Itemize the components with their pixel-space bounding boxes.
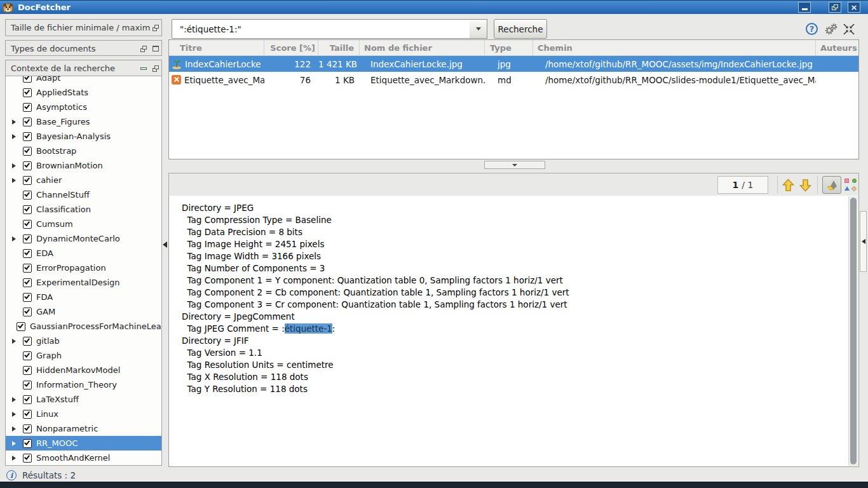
tree-item-RR_MOOC[interactable]: RR_MOOC <box>6 436 161 451</box>
scrollbar-thumb[interactable] <box>850 198 857 464</box>
next-occurrence-button[interactable] <box>798 177 812 193</box>
preview-scrollbar[interactable] <box>848 196 858 466</box>
tree-item-Bootstrap[interactable]: Bootstrap <box>6 144 161 158</box>
tree-item-Classification[interactable]: Classification <box>6 202 161 217</box>
titlebar[interactable]: DocFetcher × <box>0 0 868 14</box>
tree-item-Information_Theory[interactable]: Information_Theory <box>6 377 161 392</box>
tree-item-Base_Figures[interactable]: Base_Figures <box>6 114 161 129</box>
previous-occurrence-button[interactable] <box>781 177 795 193</box>
help-icon[interactable]: ? <box>806 23 818 35</box>
tree-checkbox[interactable] <box>23 103 32 112</box>
expand-arrow-icon[interactable] <box>12 426 18 431</box>
expand-arrow-icon[interactable] <box>12 119 18 125</box>
tree-checkbox[interactable] <box>23 366 32 375</box>
search-input[interactable] <box>172 19 470 39</box>
expand-arrow-icon[interactable] <box>12 339 18 344</box>
collapse-sidebar-handle[interactable] <box>163 236 168 253</box>
tree-checkbox[interactable] <box>23 176 32 185</box>
minimize-button[interactable] <box>798 2 811 13</box>
tree-item-Graph[interactable]: Graph <box>6 348 161 363</box>
tree-item-gitlab[interactable]: gitlab <box>6 334 161 348</box>
tree-checkbox[interactable] <box>23 454 32 463</box>
preview-text[interactable]: Directory = JPEG Tag Compression Type = … <box>182 202 844 464</box>
column-header-score-[interactable]: Score [%] <box>264 40 318 55</box>
preferences-gear-icon[interactable] <box>824 23 838 36</box>
tree-checkbox[interactable] <box>23 439 32 448</box>
tree-item-Bayesian-Analysis[interactable]: Bayesian-Analysis <box>6 129 161 144</box>
tree-item-SmoothAndKernel[interactable]: SmoothAndKernel <box>6 451 161 465</box>
tree-item-Linux[interactable]: Linux <box>6 407 161 421</box>
tree-checkbox[interactable] <box>23 410 32 419</box>
expand-arrow-icon[interactable] <box>12 134 18 139</box>
tree-checkbox[interactable] <box>23 191 32 200</box>
panel-restore-icon[interactable] <box>140 46 147 52</box>
expand-arrow-icon[interactable] <box>12 163 18 168</box>
tree-checkbox[interactable] <box>23 395 32 404</box>
compact-view-icon[interactable] <box>843 24 855 35</box>
collapse-results-handle[interactable] <box>484 161 545 169</box>
tree-item-EDA[interactable]: EDA <box>6 246 161 261</box>
tree-item-label: RR_MOOC <box>36 438 78 448</box>
panel-restore-icon[interactable] <box>153 65 159 72</box>
tree-checkbox[interactable] <box>17 322 25 331</box>
tree-item-LaTeXstuff[interactable]: LaTeXstuff <box>6 392 161 407</box>
tree-checkbox[interactable] <box>23 205 32 214</box>
tree-item-ChannelStuff[interactable]: ChannelStuff <box>6 187 161 202</box>
color-shapes-icon[interactable] <box>844 179 857 191</box>
tree-checkbox[interactable] <box>23 293 32 302</box>
column-header-titre[interactable]: Titre <box>169 40 264 55</box>
tree-checkbox[interactable] <box>23 424 32 433</box>
tree-checkbox[interactable] <box>23 147 32 156</box>
panel-restore-icon[interactable] <box>153 25 159 31</box>
tree-item-Adapt[interactable]: Adapt <box>6 76 161 85</box>
close-button[interactable]: × <box>848 2 860 13</box>
expand-arrow-icon[interactable] <box>12 456 18 461</box>
tree-checkbox[interactable] <box>23 278 32 287</box>
column-header-type[interactable]: Type <box>485 40 533 55</box>
column-header-nom-de-fichier[interactable]: Nom de fichier <box>360 40 485 55</box>
tree-checkbox[interactable] <box>23 264 32 273</box>
expand-arrow-icon[interactable] <box>12 397 18 402</box>
tree-checkbox[interactable] <box>23 337 32 346</box>
tree-item-GaussianProcessForMachineLearning[interactable]: GaussianProcessForMachineLearning <box>6 319 161 334</box>
tree-item-HiddenMarkovModel[interactable]: HiddenMarkovModel <box>6 363 161 377</box>
tree-item-BrownianMotion[interactable]: BrownianMotion <box>6 158 161 173</box>
tree-checkbox[interactable] <box>23 249 32 258</box>
column-header-auteurs[interactable]: Auteurs <box>816 40 859 55</box>
expand-arrow-icon[interactable] <box>12 178 18 183</box>
tree-checkbox[interactable] <box>23 308 32 316</box>
search-history-dropdown[interactable] <box>470 19 487 39</box>
tree-item-Asymptotics[interactable]: Asymptotics <box>6 100 161 114</box>
result-row-IndexCahierLocke[interactable]: IndexCahierLocke1221 421 KBIndexCahierLo… <box>169 56 858 72</box>
tree-item-DynamicMonteCarlo[interactable]: DynamicMonteCarlo <box>6 231 161 246</box>
collapse-preview-handle[interactable] <box>860 211 867 272</box>
column-header-taille[interactable]: Taille <box>318 40 360 55</box>
tree-item-ErrorPropagation[interactable]: ErrorPropagation <box>6 261 161 275</box>
tree-item-ExperimentalDesign[interactable]: ExperimentalDesign <box>6 275 161 290</box>
highlight-toggle-button[interactable] <box>822 176 841 194</box>
tree-checkbox[interactable] <box>23 161 32 170</box>
panel-minimize-icon[interactable] <box>140 67 147 70</box>
tree-checkbox[interactable] <box>23 118 32 126</box>
expand-arrow-icon[interactable] <box>12 412 18 417</box>
restore-button[interactable] <box>829 2 841 13</box>
tree-item-Cumsum[interactable]: Cumsum <box>6 217 161 231</box>
tree-checkbox[interactable] <box>23 132 32 141</box>
tree-item-cahier[interactable]: cahier <box>6 173 161 187</box>
tree-item-FDA[interactable]: FDA <box>6 290 161 304</box>
result-row-Etiquette_avec_Markdown[interactable]: Etiquette_avec_Markdown761 KBEtiquette_a… <box>169 72 858 88</box>
tree-item-GAM[interactable]: GAM <box>6 304 161 319</box>
tree-checkbox[interactable] <box>23 381 32 390</box>
tree-checkbox[interactable] <box>23 88 32 97</box>
tree-item-AppliedStats[interactable]: AppliedStats <box>6 85 161 100</box>
tree-checkbox[interactable] <box>23 76 32 83</box>
tree-checkbox[interactable] <box>23 220 32 229</box>
tree-checkbox[interactable] <box>23 351 32 360</box>
column-header-chemin[interactable]: Chemin <box>533 40 816 55</box>
expand-arrow-icon[interactable] <box>12 236 18 241</box>
tree-checkbox[interactable] <box>23 234 32 243</box>
expand-arrow-icon[interactable] <box>12 441 18 446</box>
panel-maximize-icon[interactable] <box>153 46 159 51</box>
search-button[interactable]: Recherche <box>494 19 547 39</box>
tree-item-Nonparametric[interactable]: Nonparametric <box>6 421 161 436</box>
